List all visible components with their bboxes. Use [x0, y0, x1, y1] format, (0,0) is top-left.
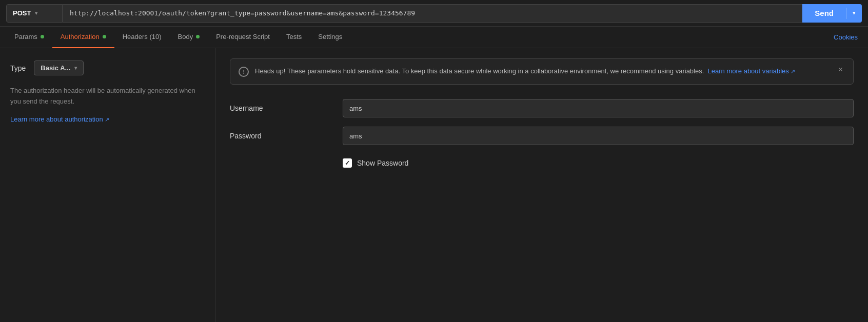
alert-box: ! Heads up! These parameters hold sensit… — [230, 58, 854, 85]
tab-prerequest[interactable]: Pre-request Script — [208, 27, 278, 48]
method-dropdown[interactable]: POST ▾ — [6, 4, 63, 23]
tab-settings[interactable]: Settings — [310, 27, 350, 48]
username-input[interactable] — [343, 99, 854, 117]
cookies-link[interactable]: Cookies — [830, 33, 862, 41]
tab-body[interactable]: Body — [170, 27, 208, 48]
tab-authorization[interactable]: Authorization — [52, 27, 114, 48]
tab-headers-label: Headers (10) — [123, 33, 162, 41]
method-label: POST — [13, 9, 31, 17]
type-label: Type — [10, 64, 26, 72]
type-dropdown[interactable]: Basic A... ▾ — [34, 61, 84, 75]
alert-text: Heads up! These parameters hold sensitiv… — [255, 66, 830, 77]
tab-tests[interactable]: Tests — [278, 27, 310, 48]
send-arrow-button[interactable]: ▾ — [846, 4, 862, 23]
show-password-checkbox[interactable] — [343, 158, 352, 168]
body-dot — [196, 35, 200, 38]
params-dot — [41, 35, 44, 38]
tab-body-label: Body — [178, 33, 193, 41]
tabs-bar: Params Authorization Headers (10) Body P… — [0, 27, 868, 48]
send-button[interactable]: Send — [802, 4, 846, 23]
password-label: Password — [230, 132, 343, 140]
learn-more-link[interactable]: Learn more about authorization — [10, 115, 109, 123]
tab-authorization-label: Authorization — [61, 33, 100, 41]
tab-params-label: Params — [14, 33, 37, 41]
tab-prerequest-label: Pre-request Script — [216, 33, 270, 41]
top-bar: POST ▾ Send ▾ — [0, 0, 868, 27]
tab-tests-label: Tests — [286, 33, 302, 41]
auth-description: The authorization header will be automat… — [10, 86, 205, 107]
left-panel: Type Basic A... ▾ The authorization head… — [0, 48, 215, 322]
authorization-dot — [103, 35, 106, 38]
type-chevron-icon: ▾ — [74, 65, 77, 71]
password-row: Password — [230, 127, 854, 145]
tab-settings-label: Settings — [318, 33, 342, 41]
show-password-label: Show Password — [357, 159, 408, 167]
tab-params[interactable]: Params — [6, 27, 52, 48]
username-label: Username — [230, 104, 343, 112]
right-panel: ! Heads up! These parameters hold sensit… — [215, 48, 868, 322]
type-row: Type Basic A... ▾ — [10, 61, 205, 75]
content-area: Type Basic A... ▾ The authorization head… — [0, 48, 868, 322]
password-input[interactable] — [343, 127, 854, 145]
alert-icon: ! — [239, 67, 249, 77]
type-value: Basic A... — [41, 64, 70, 72]
alert-close-button[interactable]: × — [836, 65, 845, 74]
send-button-group: Send ▾ — [802, 4, 862, 23]
url-input[interactable] — [63, 4, 802, 23]
method-chevron-icon: ▾ — [35, 10, 37, 16]
tab-headers[interactable]: Headers (10) — [114, 27, 170, 48]
show-password-row: Show Password — [343, 158, 854, 168]
username-row: Username — [230, 99, 854, 117]
learn-variables-link[interactable]: Learn more about variables — [708, 67, 795, 75]
